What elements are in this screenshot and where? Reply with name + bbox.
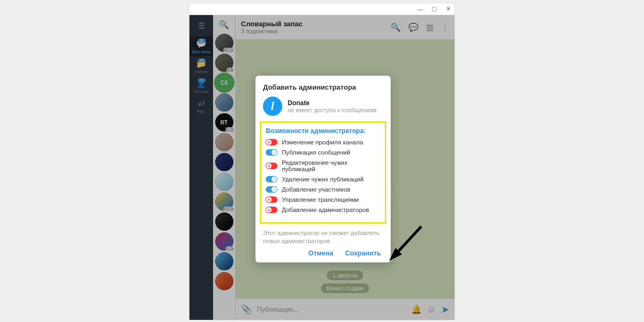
- admin-avatar: /: [263, 97, 282, 116]
- permission-row-1: ✓Публикация сообщений: [266, 149, 380, 156]
- permission-row-2: ✕Редактирование чужих публикаций: [266, 159, 380, 172]
- app-window: — ▢ ✕ ☰ 💬66Все чаты📁66Новые👤1Личные⇄Ред.…: [189, 3, 455, 320]
- minimize-button[interactable]: —: [417, 6, 423, 12]
- permission-row-3: ✓Удаление чужих публикаций: [266, 176, 380, 182]
- permission-toggle[interactable]: ✓: [266, 176, 277, 182]
- maximize-button[interactable]: ▢: [431, 5, 437, 12]
- add-admin-modal: Добавить администратора / Donate не имее…: [255, 76, 391, 262]
- permission-label: Добавление администраторов: [282, 207, 369, 213]
- permission-label: Редактирование чужих публикаций: [282, 159, 380, 172]
- modal-footer-note: Этот администратор не сможет добавлять н…: [263, 229, 383, 245]
- admin-status: не имеет доступа к сообщениям: [288, 107, 377, 113]
- permission-row-4: ✓Добавление участников: [266, 186, 380, 193]
- permission-toggle[interactable]: ✓: [266, 186, 277, 193]
- permission-label: Изменение профиля канала: [282, 139, 363, 145]
- permission-toggle[interactable]: ✕: [266, 207, 277, 213]
- permissions-section: Возможности администратора: ✕Изменение п…: [260, 121, 386, 224]
- permission-row-6: ✕Добавление администраторов: [266, 207, 380, 213]
- window-title-bar: — ▢ ✕: [189, 3, 455, 15]
- permission-row-0: ✕Изменение профиля канала: [266, 139, 380, 145]
- save-button[interactable]: Сохранить: [345, 250, 381, 257]
- permission-label: Публикация сообщений: [282, 149, 350, 156]
- permission-toggle[interactable]: ✓: [266, 149, 277, 156]
- permission-toggle[interactable]: ✕: [266, 139, 277, 145]
- permission-row-5: ✕Управление трансляциями: [266, 196, 380, 203]
- cancel-button[interactable]: Отмена: [309, 250, 334, 257]
- permission-label: Управление трансляциями: [282, 196, 359, 203]
- close-button[interactable]: ✕: [445, 5, 451, 12]
- admin-user-row[interactable]: / Donate не имеет доступа к сообщениям: [263, 97, 383, 116]
- permission-toggle[interactable]: ✕: [266, 163, 277, 169]
- admin-name: Donate: [288, 99, 377, 107]
- permission-label: Удаление чужих публикаций: [282, 176, 363, 182]
- permission-label: Добавление участников: [282, 186, 350, 193]
- modal-title: Добавить администратора: [263, 83, 383, 91]
- permissions-heading: Возможности администратора:: [266, 127, 380, 135]
- permission-toggle[interactable]: ✕: [266, 196, 277, 203]
